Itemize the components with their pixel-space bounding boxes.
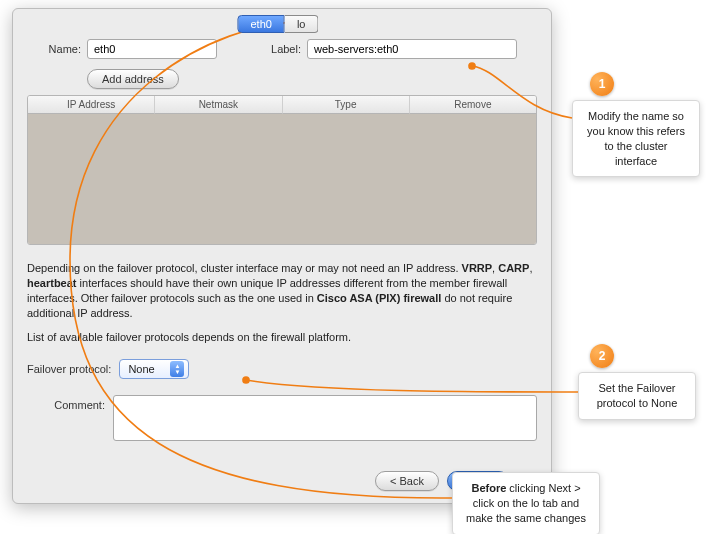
annotation-callout-1: Modify the name so you know this refers …: [572, 100, 700, 177]
comment-label: Comment:: [27, 395, 105, 411]
annotation-badge-2: 2: [590, 344, 614, 368]
name-label: Name:: [27, 43, 81, 55]
back-button[interactable]: < Back: [375, 471, 439, 491]
tab-lo[interactable]: lo: [285, 15, 319, 33]
interface-tabs: eth0 lo: [237, 15, 318, 33]
address-table-body[interactable]: [28, 114, 536, 244]
info-paragraph-2: List of available failover protocols dep…: [27, 330, 537, 345]
annotation-callout-3: Before clicking Next > click on the lo t…: [452, 472, 600, 534]
info-paragraph-1: Depending on the failover protocol, clus…: [27, 261, 537, 320]
label-field[interactable]: [307, 39, 517, 59]
select-arrows-icon: ▲▼: [170, 361, 184, 377]
col-netmask: Netmask: [155, 96, 282, 114]
failover-protocol-select[interactable]: None ▲▼: [119, 359, 189, 379]
col-ip: IP Address: [28, 96, 155, 114]
col-type: Type: [283, 96, 410, 114]
col-remove: Remove: [410, 96, 536, 114]
annotation-badge-1: 1: [590, 72, 614, 96]
add-address-button[interactable]: Add address: [87, 69, 179, 89]
comment-textarea[interactable]: [113, 395, 537, 441]
address-table: IP Address Netmask Type Remove: [27, 95, 537, 245]
annotation-callout-2: Set the Failover protocol to None: [578, 372, 696, 420]
cluster-interface-dialog: eth0 lo Name: Label: Add address IP Addr…: [12, 8, 552, 504]
failover-protocol-value: None: [128, 363, 154, 375]
tab-eth0[interactable]: eth0: [237, 15, 284, 33]
name-field[interactable]: [87, 39, 217, 59]
failover-label: Failover protocol:: [27, 363, 111, 375]
label-label: Label:: [255, 43, 301, 55]
